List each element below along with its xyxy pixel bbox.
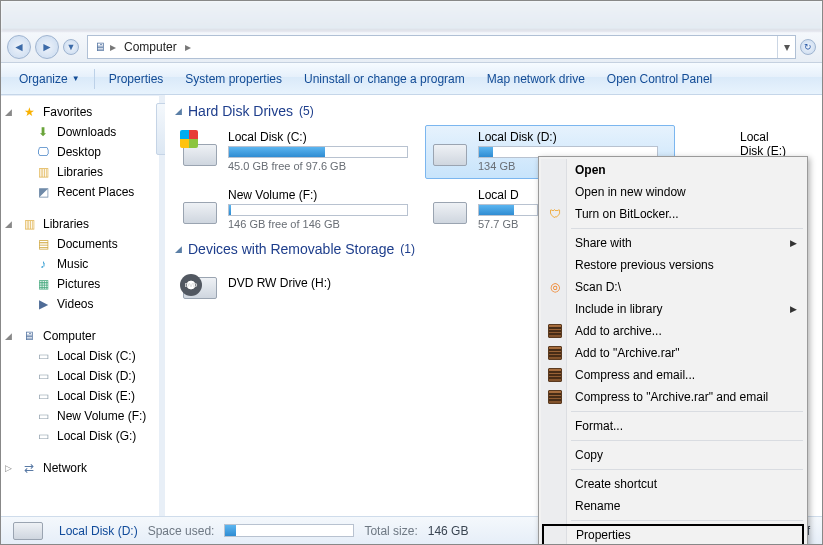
nav-drive-d[interactable]: ▭Local Disk (D:) <box>1 366 159 386</box>
drive-icon: ▭ <box>35 348 51 364</box>
nav-libraries[interactable]: ◢▥Libraries <box>1 214 159 234</box>
nav-videos[interactable]: ▶Videos <box>1 294 159 314</box>
ctx-create-shortcut[interactable]: Create shortcut <box>541 473 805 495</box>
properties-button[interactable]: Properties <box>99 68 174 90</box>
nav-label: Local Disk (C:) <box>57 349 136 363</box>
nav-desktop[interactable]: 🖵Desktop <box>1 142 159 162</box>
refresh-button[interactable]: ↻ <box>800 39 816 55</box>
ctx-label: Turn on BitLocker... <box>575 207 679 221</box>
nav-libraries-fav[interactable]: ▥Libraries <box>1 162 159 182</box>
nav-drive-f[interactable]: ▭New Volume (F:) <box>1 406 159 426</box>
ctx-open-new-window[interactable]: Open in new window <box>541 181 805 203</box>
nav-label: Music <box>57 257 88 271</box>
desktop-icon: 🖵 <box>35 144 51 160</box>
nav-music[interactable]: ♪Music <box>1 254 159 274</box>
drive-free: 146 GB free of 146 GB <box>228 218 408 230</box>
nav-label: Pictures <box>57 277 100 291</box>
nav-label: Videos <box>57 297 93 311</box>
group-label: Devices with Removable Storage <box>188 241 394 257</box>
nav-label: Computer <box>43 329 96 343</box>
drive-icon: ▭ <box>35 408 51 424</box>
rar-icon <box>546 322 564 340</box>
ctx-open[interactable]: Open <box>541 159 805 181</box>
chevron-right-icon: ▸ <box>183 36 193 58</box>
ctx-label: Open <box>575 163 606 177</box>
nav-network[interactable]: ▷⇄Network <box>1 458 159 478</box>
group-count: (5) <box>299 104 314 118</box>
nav-computer[interactable]: ◢🖥Computer <box>1 326 159 346</box>
libraries-icon: ▥ <box>21 216 37 232</box>
toolbar-separator <box>94 69 95 89</box>
ctx-add-archive[interactable]: Add to archive... <box>541 320 805 342</box>
ctx-label: Compress to "Archive.rar" and email <box>575 390 768 404</box>
ctx-label: Scan D:\ <box>575 280 621 294</box>
ctx-share-with[interactable]: Share with▶ <box>541 232 805 254</box>
ctx-restore-versions[interactable]: Restore previous versions <box>541 254 805 276</box>
system-properties-button[interactable]: System properties <box>175 68 292 90</box>
scan-icon: ◎ <box>546 278 564 296</box>
drive-free: 57.7 GB <box>478 218 538 230</box>
nav-downloads[interactable]: ⬇Downloads <box>1 122 159 142</box>
nav-favorites[interactable]: ◢★Favorites <box>1 102 159 122</box>
address-dropdown[interactable]: ▾ <box>777 36 795 58</box>
drive-name: Local Disk (D:) <box>478 130 658 144</box>
control-panel-button[interactable]: Open Control Panel <box>597 68 722 90</box>
drive-icon <box>180 130 220 170</box>
nav-label: Network <box>43 461 87 475</box>
computer-icon: 🖥 <box>92 39 108 55</box>
ctx-label: Open in new window <box>575 185 686 199</box>
rar-icon <box>546 388 564 406</box>
group-label: Hard Disk Drives <box>188 103 293 119</box>
download-icon: ⬇ <box>35 124 51 140</box>
nav-label: Documents <box>57 237 118 251</box>
forward-button[interactable]: ► <box>35 35 59 59</box>
drive-name: Local Disk (E:) <box>740 130 790 158</box>
collapse-icon: ◢ <box>175 244 182 254</box>
nav-drive-g[interactable]: ▭Local Disk (G:) <box>1 426 159 446</box>
ctx-rename[interactable]: Rename <box>541 495 805 517</box>
ctx-compress-rar-email[interactable]: Compress to "Archive.rar" and email <box>541 386 805 408</box>
map-drive-button[interactable]: Map network drive <box>477 68 595 90</box>
history-dropdown[interactable]: ▼ <box>63 39 79 55</box>
window-titlebar <box>1 1 822 31</box>
collapse-icon: ◢ <box>175 106 182 116</box>
network-icon: ⇄ <box>21 460 37 476</box>
drive-icon <box>180 188 220 228</box>
drive-icon: ▭ <box>35 368 51 384</box>
navigation-pane[interactable]: ◢★Favorites ⬇Downloads 🖵Desktop ▥Librari… <box>1 95 159 516</box>
star-icon: ★ <box>21 104 37 120</box>
ctx-add-rar[interactable]: Add to "Archive.rar" <box>541 342 805 364</box>
nav-pictures[interactable]: ▦Pictures <box>1 274 159 294</box>
ctx-include-library[interactable]: Include in library▶ <box>541 298 805 320</box>
drive-item-c[interactable]: Local Disk (C:) 45.0 GB free of 97.6 GB <box>175 125 425 179</box>
ctx-compress-email[interactable]: Compress and email... <box>541 364 805 386</box>
ctx-scan[interactable]: ◎Scan D:\ <box>541 276 805 298</box>
nav-recent[interactable]: ◩Recent Places <box>1 182 159 202</box>
drive-name: DVD RW Drive (H:) <box>228 276 331 290</box>
nav-label: Recent Places <box>57 185 134 199</box>
nav-drive-c[interactable]: ▭Local Disk (C:) <box>1 346 159 366</box>
back-button[interactable]: ◄ <box>7 35 31 59</box>
ctx-bitlocker[interactable]: 🛡Turn on BitLocker... <box>541 203 805 225</box>
group-hard-disk-drives[interactable]: ◢ Hard Disk Drives (5) <box>175 103 822 119</box>
drive-item-g[interactable]: Local D 57.7 GB <box>425 183 555 237</box>
rar-icon <box>546 366 564 384</box>
breadcrumb-computer[interactable]: Computer <box>118 36 183 58</box>
address-bar[interactable]: 🖥 ▸ Computer ▸ ▾ <box>87 35 796 59</box>
nav-label: Favorites <box>43 105 92 119</box>
nav-label: New Volume (F:) <box>57 409 146 423</box>
expand-icon: ▷ <box>5 463 15 473</box>
ctx-label: Restore previous versions <box>575 258 714 272</box>
ctx-label: Properties <box>576 528 631 542</box>
ctx-separator <box>571 469 803 470</box>
nav-documents[interactable]: ▤Documents <box>1 234 159 254</box>
drive-item-f[interactable]: New Volume (F:) 146 GB free of 146 GB <box>175 183 425 237</box>
nav-drive-e[interactable]: ▭Local Disk (E:) <box>1 386 159 406</box>
ctx-format[interactable]: Format... <box>541 415 805 437</box>
ctx-properties[interactable]: Properties <box>542 524 804 545</box>
uninstall-button[interactable]: Uninstall or change a program <box>294 68 475 90</box>
organize-button[interactable]: Organize▼ <box>9 68 90 90</box>
ctx-separator <box>571 520 803 521</box>
ctx-copy[interactable]: Copy <box>541 444 805 466</box>
drive-item-dvd[interactable]: DVD DVD RW Drive (H:) <box>175 263 425 317</box>
